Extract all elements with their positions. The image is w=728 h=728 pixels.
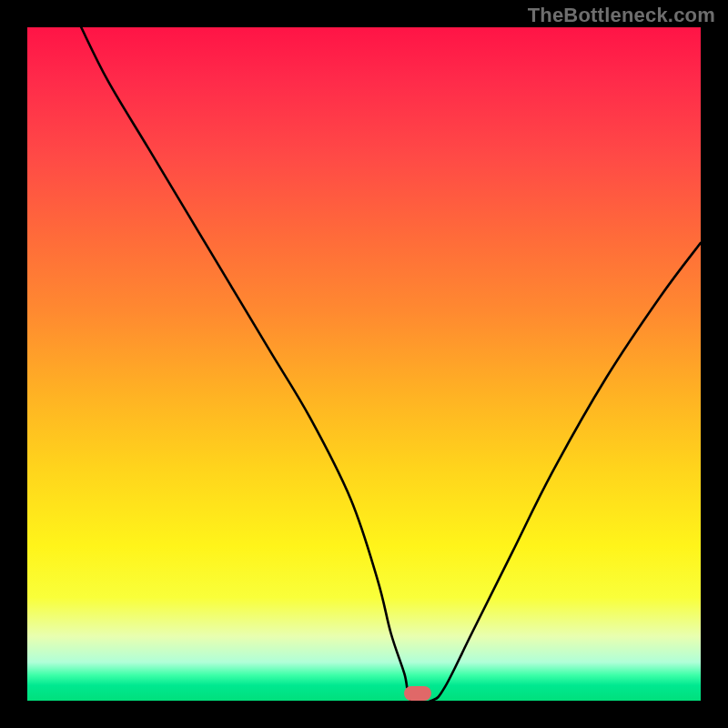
chart-frame: TheBottleneck.com (0, 0, 728, 728)
curve-svg (27, 27, 701, 701)
attribution-text: TheBottleneck.com (528, 4, 715, 27)
optimal-point-marker (404, 686, 431, 701)
plot-area (27, 27, 701, 701)
bottleneck-curve (81, 27, 701, 701)
